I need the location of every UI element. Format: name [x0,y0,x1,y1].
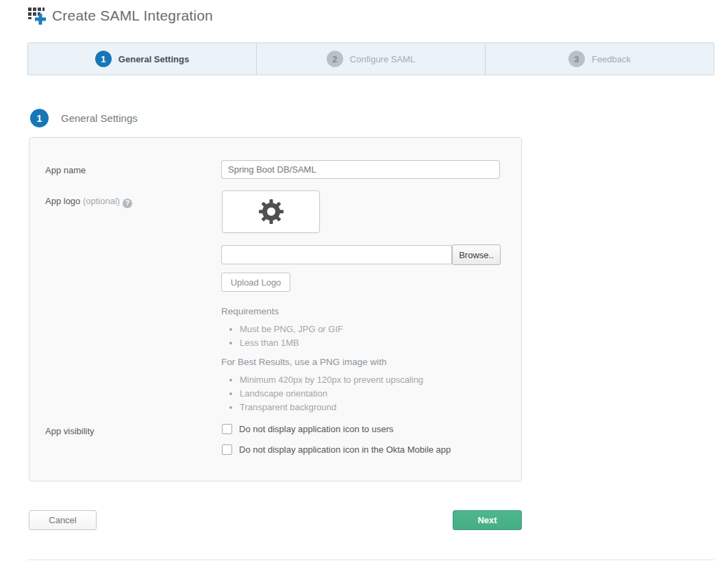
requirement-item: Less than 1MB [240,336,509,350]
section-step-badge: 1 [30,109,49,127]
page-header: Create SAML Integration [27,6,213,25]
logo-file-input[interactable] [221,245,452,264]
visibility-option-users[interactable]: Do not display application icon to users [222,424,393,434]
browse-button[interactable]: Browse.. [452,244,501,265]
step-label: Feedback [592,54,631,64]
help-icon[interactable]: ? [123,199,132,208]
wizard-step-general-settings[interactable]: 1 General Settings [28,43,256,75]
checkbox-hide-icon-okta-mobile[interactable] [222,444,232,455]
step-label: Configure SAML [350,54,415,64]
bottom-divider [27,560,714,560]
best-results-item: Minimum 420px by 120px to prevent upscal… [240,373,509,387]
upload-logo-button[interactable]: Upload Logo [221,273,290,292]
page-title: Create SAML Integration [52,8,213,24]
section-title: General Settings [61,112,138,124]
app-name-input[interactable] [221,160,500,179]
checkbox-label: Do not display application icon in the O… [239,444,451,455]
checkbox-hide-icon-users[interactable] [222,424,232,434]
app-name-label: App name [45,165,86,175]
requirements-title: Requirements [221,305,509,318]
wizard-step-bar: 1 General Settings 2 Configure SAML 3 Fe… [27,42,714,75]
step-number-badge: 2 [327,51,343,67]
best-results-item: Landscape orientation [240,387,509,401]
next-button[interactable]: Next [453,510,522,530]
wizard-step-configure-saml[interactable]: 2 Configure SAML [256,43,485,75]
optional-label: (optional) [83,196,120,206]
general-settings-form-panel: App name App logo (optional)? [29,137,522,481]
step-label: General Settings [118,54,189,64]
app-visibility-label: App visibility [45,426,95,436]
step-number-badge: 1 [95,51,112,67]
cancel-button[interactable]: Cancel [29,510,97,530]
app-logo-label: App logo (optional)? [45,196,132,208]
logo-file-row: Browse.. [221,244,501,265]
visibility-option-okta-mobile[interactable]: Do not display application icon in the O… [222,444,451,455]
checkbox-label: Do not display application icon to users [239,424,393,434]
best-results-title: For Best Results, use a PNG image with [221,355,509,369]
requirement-item: Must be PNG, JPG or GIF [240,323,509,336]
gear-icon [257,197,286,226]
logo-preview-box [222,190,320,233]
wizard-step-feedback[interactable]: 3 Feedback [485,43,714,75]
logo-requirements: Requirements Must be PNG, JPG or GIF Les… [221,305,509,420]
app-logo-label-text: App logo [45,196,80,206]
best-results-item: Transparent background [240,401,509,414]
add-application-icon [27,6,46,25]
section-heading: 1 General Settings [30,109,138,127]
step-number-badge: 3 [568,51,585,67]
